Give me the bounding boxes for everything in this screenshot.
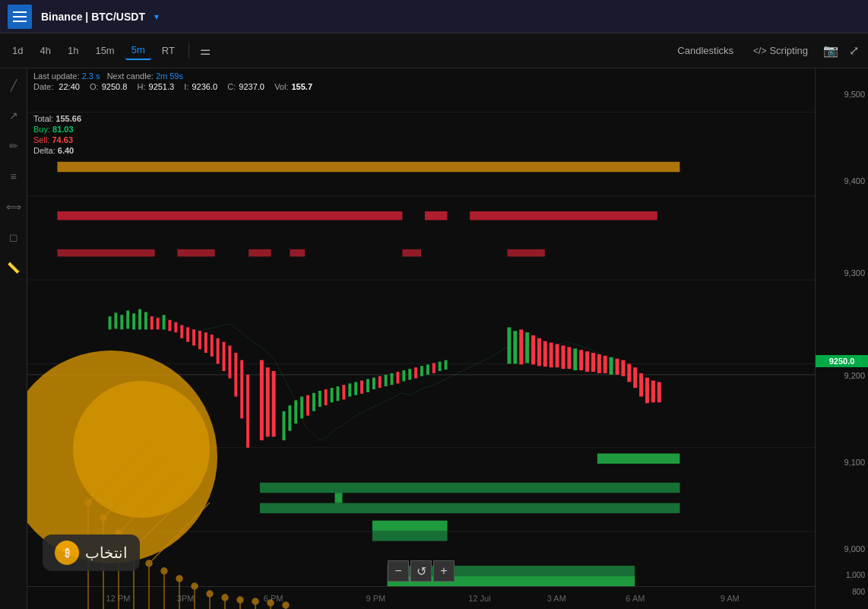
hamburger-menu[interactable] — [8, 5, 32, 29]
time-3am: 3 AM — [547, 594, 566, 603]
top-navbar: Binance | BTC/USDT ▾ — [0, 0, 868, 33]
svg-rect-128 — [639, 373, 643, 397]
svg-rect-117 — [573, 348, 577, 370]
svg-rect-46 — [249, 249, 271, 257]
svg-rect-94 — [379, 376, 382, 388]
dropdown-icon[interactable]: ▾ — [154, 11, 159, 22]
svg-rect-47 — [290, 249, 305, 257]
svg-rect-67 — [204, 332, 207, 353]
svg-rect-112 — [543, 341, 547, 367]
svg-rect-121 — [597, 354, 601, 373]
tool-crosshair[interactable]: ╱ — [3, 75, 24, 96]
svg-rect-131 — [657, 382, 661, 402]
watermark: ₿ انتخاب — [43, 534, 140, 571]
svg-rect-58 — [150, 316, 154, 329]
toolbar: 1d 4h 1h 15m 5m RT ⚌ Candlesticks </> Sc… — [0, 33, 868, 68]
svg-rect-103 — [432, 363, 436, 373]
svg-rect-134 — [335, 493, 343, 503]
svg-rect-108 — [519, 329, 523, 364]
exchange-title: Binance | BTC/USDT — [41, 11, 145, 23]
svg-rect-122 — [603, 356, 607, 373]
delta-stat: Delta: 6.40 — [33, 146, 81, 155]
svg-rect-73 — [240, 360, 243, 419]
price-9200: 9,200 — [844, 371, 865, 380]
svg-rect-127 — [633, 367, 637, 388]
svg-rect-75 — [260, 360, 264, 441]
screenshot-button[interactable]: 📷 — [820, 40, 841, 61]
svg-rect-63 — [180, 325, 183, 338]
zoom-in-button[interactable]: + — [433, 560, 455, 582]
tf-1h[interactable]: 1h — [62, 42, 84, 59]
svg-rect-69 — [217, 338, 220, 364]
price-9300: 9,300 — [844, 268, 865, 278]
svg-rect-56 — [138, 309, 141, 330]
svg-rect-135 — [260, 503, 680, 513]
tool-arrow[interactable]: ↗ — [3, 105, 24, 126]
svg-rect-116 — [567, 347, 571, 369]
svg-rect-66 — [198, 331, 201, 349]
svg-rect-87 — [337, 386, 340, 401]
svg-rect-78 — [282, 411, 285, 440]
svg-rect-126 — [627, 363, 631, 382]
svg-rect-41 — [57, 211, 402, 220]
svg-rect-86 — [331, 388, 334, 402]
tool-eraser[interactable]: ◻ — [3, 227, 24, 248]
candlesticks-button[interactable]: Candlesticks — [670, 42, 741, 59]
stats-panel: Total: 155.66 Buy: 81.03 Sell: 74.63 Del… — [33, 114, 81, 155]
chart-container: ₿ انتخاب Last update: 2.3 s Next candle:… — [27, 68, 815, 609]
time-12pm: 12 PM — [106, 594, 131, 603]
svg-rect-106 — [507, 328, 511, 364]
tf-5m[interactable]: 5m — [125, 41, 151, 60]
time-9am: 9 AM — [721, 594, 740, 603]
scripting-button[interactable]: </> Scripting — [746, 42, 816, 59]
ohlc-line: Date: 22:40 O:9250.8 H:9251.3 I:9236.0 C… — [33, 82, 315, 91]
svg-rect-43 — [470, 211, 657, 220]
svg-rect-114 — [556, 344, 559, 368]
sell-stat: Sell: 74.63 — [33, 135, 81, 144]
svg-rect-68 — [211, 335, 214, 357]
svg-rect-79 — [288, 405, 291, 431]
svg-rect-83 — [312, 393, 315, 411]
svg-rect-40 — [57, 162, 680, 172]
price-9500: 9,500 — [844, 90, 865, 99]
svg-rect-115 — [562, 345, 565, 369]
svg-rect-62 — [174, 322, 177, 332]
svg-rect-90 — [354, 382, 357, 395]
indicator-icon[interactable]: ⚌ — [197, 40, 214, 61]
tf-rt[interactable]: RT — [156, 42, 181, 59]
expand-button[interactable]: ⤢ — [846, 40, 862, 61]
tf-15m[interactable]: 15m — [89, 42, 120, 59]
tool-measure[interactable]: ⟺ — [3, 196, 24, 217]
zoom-reset-button[interactable]: ↺ — [410, 560, 432, 582]
svg-rect-89 — [348, 383, 351, 396]
svg-rect-45 — [177, 249, 214, 257]
svg-rect-132 — [597, 453, 680, 463]
svg-rect-61 — [168, 320, 171, 331]
price-axis: 9,500 9,400 9,300 9250.0 9,200 9,100 9,0… — [815, 68, 868, 609]
zoom-out-button[interactable]: − — [388, 560, 409, 582]
tool-pencil[interactable]: ✏ — [3, 135, 24, 157]
svg-rect-52 — [114, 312, 117, 328]
svg-rect-102 — [426, 364, 429, 374]
price-1000: 1,000 — [846, 571, 865, 579]
svg-rect-133 — [260, 483, 680, 493]
tf-4h[interactable]: 4h — [33, 42, 56, 59]
tool-lines[interactable]: ≡ — [3, 166, 24, 187]
price-800: 800 — [852, 588, 865, 596]
svg-rect-88 — [342, 385, 345, 399]
svg-rect-96 — [391, 373, 394, 385]
zoom-controls: − ↺ + — [388, 560, 455, 582]
svg-rect-80 — [294, 400, 297, 423]
svg-rect-53 — [120, 315, 123, 329]
tool-ruler[interactable]: 📏 — [3, 257, 24, 278]
update-line: Last update: 2.3 s Next candle: 2m 59s — [33, 71, 315, 81]
svg-rect-120 — [591, 353, 595, 372]
svg-rect-74 — [246, 375, 249, 448]
toolbar-separator — [188, 43, 189, 59]
svg-rect-44 — [57, 249, 154, 257]
svg-rect-54 — [126, 310, 129, 328]
svg-rect-129 — [645, 378, 649, 404]
tf-1d[interactable]: 1d — [6, 42, 29, 59]
svg-rect-42 — [425, 211, 448, 220]
svg-rect-55 — [132, 313, 135, 329]
